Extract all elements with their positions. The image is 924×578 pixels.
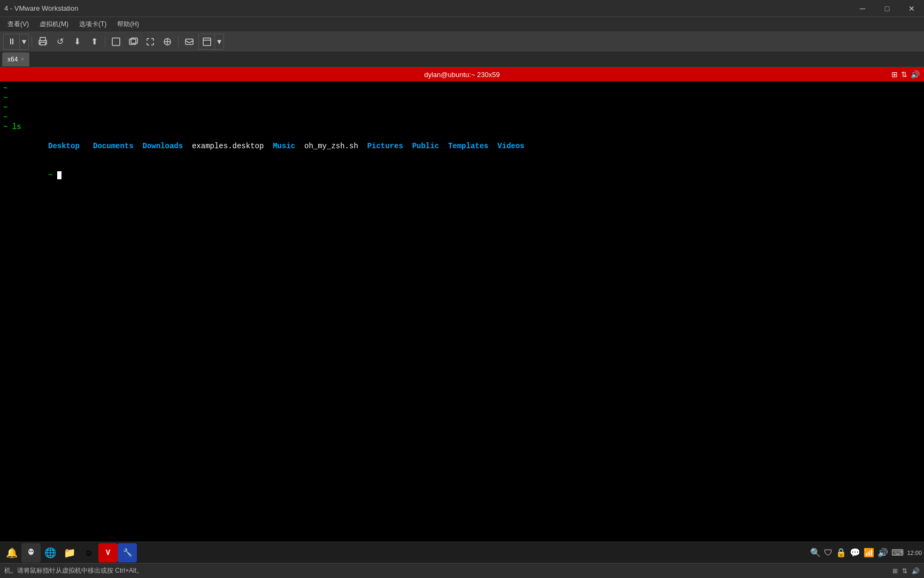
tab-label: x64 <box>7 56 18 63</box>
window-title: 4 - VMware Workstation <box>4 4 78 12</box>
ls-downloads: Downloads <box>142 142 183 150</box>
taskbar-icon-chat: 💬 <box>850 547 860 558</box>
status-icon-3: 🔊 <box>912 567 920 575</box>
taskbar-icon-app2[interactable]: 🔧 <box>118 543 137 562</box>
ls-videos: Videos <box>497 142 524 150</box>
term-line-ls-cmd: ~ ls <box>3 122 921 132</box>
ls-pictures: Pictures <box>367 142 403 150</box>
taskbar-icon-search: 🔍 <box>810 547 821 558</box>
toolbar-separator-1 <box>32 36 32 47</box>
window-controls: ─ □ ✕ <box>850 0 924 17</box>
fit-button[interactable] <box>142 34 158 49</box>
pause-btn-group: ⏸ ▾ <box>3 34 29 50</box>
term-line-1: ~ <box>3 83 921 93</box>
menu-tab[interactable]: 选项卡(T) <box>74 18 112 31</box>
terminal-title-text: dylan@ubuntu:~ 230x59 <box>424 71 500 79</box>
minimize-button[interactable]: ─ <box>850 0 875 17</box>
status-bar-icons: ⊞ ⇅ 🔊 <box>892 567 920 575</box>
svg-rect-3 <box>112 38 120 45</box>
status-icon-1: ⊞ <box>892 567 898 575</box>
terminal-icon-1: ⊞ <box>891 70 898 79</box>
menu-help[interactable]: 帮助(H) <box>112 18 144 31</box>
view-dropdown[interactable]: ▾ <box>215 34 224 49</box>
taskbar-icon-network: 📶 <box>864 547 874 558</box>
taskbar-icon-web[interactable]: 🌐 <box>41 543 60 562</box>
ls-desktop: Desktop <box>48 142 80 150</box>
taskbar-icon-notification[interactable]: 🔔 <box>2 543 21 562</box>
send-button[interactable] <box>181 34 197 49</box>
pause-dropdown[interactable]: ▾ <box>20 34 28 49</box>
menu-view[interactable]: 查看(V) <box>2 18 34 31</box>
print-button[interactable] <box>35 34 51 49</box>
taskbar: 🔔 🌐 📁 ⚙ V 🔧 🔍 🛡 🔒 💬 📶 🔊 ⌨ 12:00 <box>0 542 924 563</box>
toolbar: ⏸ ▾ ↺ ⬇ ⬆ <box>0 32 924 51</box>
status-text: 机。请将鼠标指针从虚拟机中移出或按 Ctrl+Alt。 <box>4 566 143 575</box>
terminal-title-bar: dylan@ubuntu:~ 230x59 ⊞ ⇅ 🔊 <box>0 67 924 81</box>
maximize-button[interactable]: □ <box>875 0 899 17</box>
terminal-icon-3: 🔊 <box>911 70 920 79</box>
toolbar-separator-3 <box>178 36 179 47</box>
terminal-area[interactable]: ~ ~ ~ ~ ~ ls Desktop Documents Downloads… <box>0 81 924 578</box>
term-line-3: ~ <box>3 103 921 112</box>
term-prompt-line: ~ <box>3 161 921 189</box>
fullscreen-button[interactable] <box>108 34 124 49</box>
resize-button[interactable] <box>159 34 175 49</box>
upload-button[interactable]: ⬆ <box>86 34 102 49</box>
tab-x64[interactable]: x64 × <box>2 52 29 66</box>
taskbar-icon-app1[interactable]: V <box>98 543 118 562</box>
refresh-button[interactable]: ↺ <box>52 34 68 49</box>
terminal-content: ~ ~ ~ ~ ~ ls Desktop Documents Downloads… <box>3 83 921 189</box>
status-bar: 机。请将鼠标指针从虚拟机中移出或按 Ctrl+Alt。 ⊞ ⇅ 🔊 <box>0 563 924 578</box>
svg-rect-1 <box>40 37 45 41</box>
view-btn-group: ▾ <box>198 34 224 50</box>
taskbar-time: 12:00 <box>907 550 922 556</box>
svg-rect-2 <box>40 42 45 45</box>
taskbar-icon-settings[interactable]: ⚙ <box>79 543 98 562</box>
taskbar-right: 🔍 🛡 🔒 💬 📶 🔊 ⌨ 12:00 <box>810 547 922 558</box>
menu-vm[interactable]: 虚拟机(M) <box>34 18 74 31</box>
tab-bar: x64 × <box>0 51 924 67</box>
taskbar-icon-shield: 🛡 <box>824 548 833 558</box>
term-cursor <box>57 171 61 179</box>
title-bar: 4 - VMware Workstation ─ □ ✕ <box>0 0 924 17</box>
taskbar-icon-files[interactable]: 📁 <box>60 543 79 562</box>
svg-rect-10 <box>203 38 211 45</box>
taskbar-icon-antivirus: 🔒 <box>836 547 846 558</box>
terminal-icon-2: ⇅ <box>901 70 907 79</box>
svg-point-14 <box>32 550 33 551</box>
ls-public: Public <box>412 142 439 150</box>
taskbar-icon-keyboard: ⌨ <box>891 547 904 558</box>
ls-zsh: oh_my_zsh.sh <box>304 142 358 150</box>
taskbar-icon-linux[interactable] <box>21 543 41 562</box>
tab-close-button[interactable]: × <box>21 56 24 62</box>
ls-templates: Templates <box>448 142 489 150</box>
pause-button[interactable]: ⏸ <box>4 34 20 49</box>
term-line-2: ~ <box>3 93 921 103</box>
ls-music: Music <box>273 142 295 150</box>
term-line-ls-output: Desktop Documents Downloads examples.des… <box>3 132 921 161</box>
svg-point-13 <box>29 550 30 551</box>
menu-bar: 查看(V) 虚拟机(M) 选项卡(T) 帮助(H) <box>0 17 924 32</box>
main-container: dylan@ubuntu:~ 230x59 ⊞ ⇅ 🔊 ~ ~ ~ ~ ~ ls… <box>0 67 924 578</box>
close-button[interactable]: ✕ <box>899 0 924 17</box>
svg-point-12 <box>28 549 34 555</box>
toolbar-separator-2 <box>105 36 105 47</box>
ls-examples: examples.desktop <box>192 142 264 150</box>
taskbar-icon-volume: 🔊 <box>877 547 888 558</box>
status-icon-2: ⇅ <box>902 567 907 575</box>
terminal-title-icons: ⊞ ⇅ 🔊 <box>891 70 920 79</box>
terminal-wrapper[interactable]: dylan@ubuntu:~ 230x59 ⊞ ⇅ 🔊 ~ ~ ~ ~ ~ ls… <box>0 67 924 578</box>
download-button[interactable]: ⬇ <box>69 34 85 49</box>
term-line-4: ~ <box>3 112 921 122</box>
ls-documents: Documents <box>93 142 134 150</box>
window-button[interactable] <box>125 34 141 49</box>
view-button[interactable] <box>199 34 215 49</box>
